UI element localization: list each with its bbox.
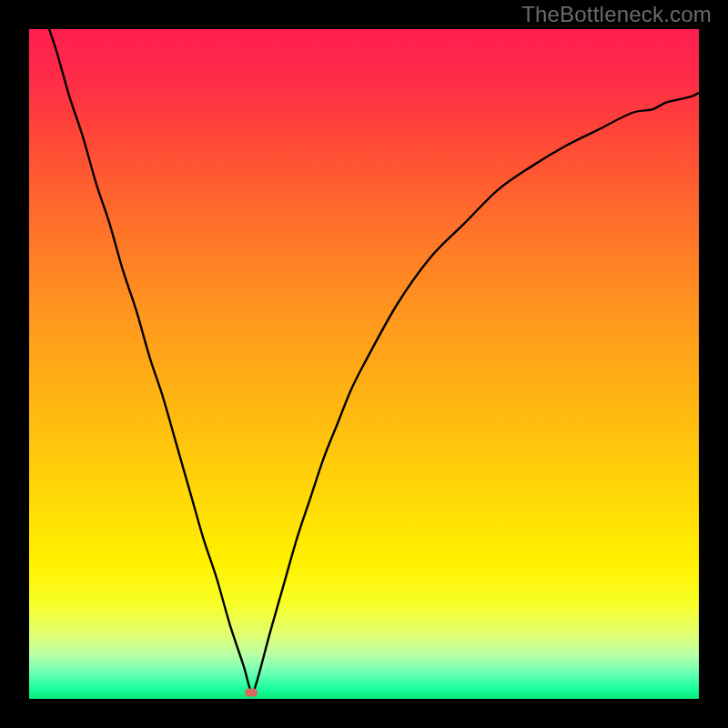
bottleneck-curve xyxy=(29,29,699,699)
chart-container: TheBottleneck.com xyxy=(0,0,728,728)
watermark-text: TheBottleneck.com xyxy=(521,2,712,27)
optimal-point-marker xyxy=(245,689,258,697)
plot-area xyxy=(29,29,699,699)
